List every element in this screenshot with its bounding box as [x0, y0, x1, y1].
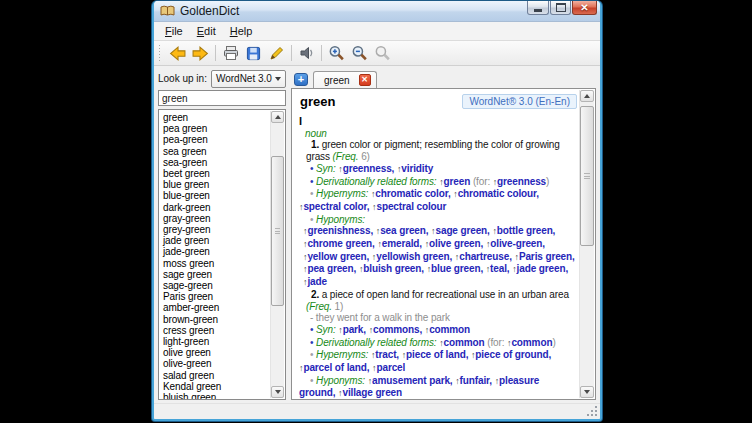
- article-link[interactable]: olive green,: [429, 238, 483, 249]
- pronounce-button[interactable]: [295, 43, 318, 63]
- list-item[interactable]: moss green: [159, 258, 271, 269]
- dictionary-group-select[interactable]: WordNet 3.0: [211, 70, 286, 88]
- list-item[interactable]: sage green: [159, 269, 271, 280]
- relation-label: Hypernyms:: [316, 188, 368, 199]
- list-item[interactable]: gray-green: [159, 213, 271, 224]
- list-item[interactable]: bluish green: [159, 392, 271, 400]
- article-link[interactable]: yellow green,: [307, 251, 369, 262]
- scroll-down-button[interactable]: [271, 386, 284, 398]
- tab-green[interactable]: green: [313, 71, 377, 88]
- article-link[interactable]: yellowish green,: [376, 251, 452, 262]
- list-item[interactable]: amber-green: [159, 302, 271, 313]
- list-item[interactable]: brown-green: [159, 314, 271, 325]
- list-item[interactable]: salad green: [159, 370, 271, 381]
- dictionary-badge[interactable]: WordNet® 3.0 (En-En): [462, 94, 577, 109]
- list-item[interactable]: sage-green: [159, 280, 271, 291]
- maximize-button[interactable]: [550, 1, 571, 15]
- title-bar[interactable]: GoldenDict ✕: [154, 1, 600, 22]
- save-button[interactable]: [242, 43, 265, 63]
- article-link[interactable]: chartreuse,: [459, 251, 512, 262]
- scrollbar-thumb[interactable]: [580, 106, 594, 246]
- list-item[interactable]: blue green: [159, 179, 271, 190]
- list-item[interactable]: beet green: [159, 168, 271, 179]
- list-item[interactable]: jade-green: [159, 246, 271, 257]
- print-button[interactable]: [219, 43, 242, 63]
- close-button[interactable]: ✕: [572, 1, 597, 15]
- list-item[interactable]: sea-green: [159, 157, 271, 168]
- scroll-down-button[interactable]: [580, 386, 594, 398]
- forward-button[interactable]: [189, 43, 212, 63]
- back-button[interactable]: [166, 43, 189, 63]
- list-item[interactable]: pea green: [159, 123, 271, 134]
- article-link[interactable]: parcel: [376, 362, 405, 373]
- article-link[interactable]: tract,: [375, 349, 399, 360]
- scroll-up-button[interactable]: [271, 111, 284, 123]
- article-link[interactable]: parcel of land,: [303, 362, 369, 373]
- article-link[interactable]: amusement park,: [372, 375, 452, 386]
- article-link[interactable]: park,: [343, 324, 366, 335]
- word-list-scrollbar[interactable]: [270, 111, 284, 398]
- article-link[interactable]: greenness,: [343, 163, 395, 174]
- article-link[interactable]: greenishness,: [307, 225, 373, 236]
- article-link[interactable]: piece of land,: [406, 349, 468, 360]
- article-link[interactable]: bottle green,: [497, 225, 555, 236]
- article-scrollbar[interactable]: [579, 90, 594, 398]
- article-link[interactable]: olive-green,: [490, 238, 545, 249]
- edit-article-button[interactable]: [265, 43, 288, 63]
- article-line: • Hypernyms: ↑chromatic color, ↑chromati…: [296, 188, 577, 213]
- article-link[interactable]: chrome green,: [307, 238, 374, 249]
- scrollbar-thumb[interactable]: [271, 156, 284, 306]
- list-item[interactable]: green: [159, 112, 271, 123]
- article-link[interactable]: chromatic color,: [375, 188, 450, 199]
- article-link[interactable]: piece of ground,: [475, 349, 551, 360]
- article-link[interactable]: spectral colour: [376, 201, 446, 212]
- article-link[interactable]: commons,: [373, 324, 422, 335]
- article-link[interactable]: Paris green,: [519, 251, 575, 262]
- list-item[interactable]: jade green: [159, 235, 271, 246]
- article-link[interactable]: common: [429, 324, 470, 335]
- article-link[interactable]: spectral color,: [303, 201, 369, 212]
- article-link[interactable]: blue green,: [431, 263, 483, 274]
- list-item[interactable]: pea-green: [159, 134, 271, 145]
- zoom-out-button[interactable]: [348, 43, 371, 63]
- article-link[interactable]: village green: [342, 387, 402, 398]
- search-input[interactable]: [158, 90, 286, 106]
- article-link[interactable]: common: [511, 337, 552, 348]
- article-link[interactable]: viridity: [401, 163, 433, 174]
- zoom-in-button[interactable]: [325, 43, 348, 63]
- list-item[interactable]: cress green: [159, 325, 271, 336]
- article-link[interactable]: greenness: [497, 176, 546, 187]
- tab-close-button[interactable]: [359, 74, 371, 86]
- list-item[interactable]: sea green: [159, 146, 271, 157]
- add-tab-button[interactable]: [294, 73, 308, 86]
- article-link[interactable]: funfair,: [460, 375, 492, 386]
- list-item[interactable]: blue-green: [159, 190, 271, 201]
- article-link[interactable]: chromatic colour,: [458, 188, 539, 199]
- menu-edit[interactable]: Edit: [190, 23, 223, 39]
- article-link[interactable]: sea green,: [380, 225, 428, 236]
- list-item[interactable]: grey-green: [159, 224, 271, 235]
- menu-file[interactable]: File: [158, 23, 190, 39]
- list-item[interactable]: olive green: [159, 347, 271, 358]
- article-link[interactable]: emerald,: [382, 238, 422, 249]
- scroll-up-button[interactable]: [580, 90, 594, 102]
- resize-grip[interactable]: [588, 407, 598, 417]
- article-link[interactable]: teal,: [490, 263, 509, 274]
- article-link[interactable]: bluish green,: [363, 263, 424, 274]
- article-link[interactable]: jade green,: [517, 263, 568, 274]
- zoom-reset-button[interactable]: [371, 43, 394, 63]
- article-link[interactable]: jade: [307, 276, 327, 287]
- list-item[interactable]: light-green: [159, 336, 271, 347]
- pencil-icon: [269, 45, 285, 61]
- minimize-button[interactable]: [527, 1, 549, 15]
- article-link[interactable]: green: [444, 176, 471, 187]
- list-item[interactable]: olive-green: [159, 358, 271, 369]
- article-link[interactable]: sage green,: [436, 225, 490, 236]
- menu-help[interactable]: Help: [223, 23, 260, 39]
- list-item[interactable]: dark-green: [159, 202, 271, 213]
- article-link[interactable]: common: [444, 337, 485, 348]
- toolbar-drag-handle[interactable]: [158, 45, 162, 61]
- list-item[interactable]: Paris green: [159, 291, 271, 302]
- article-link[interactable]: pea green,: [307, 263, 356, 274]
- list-item[interactable]: Kendal green: [159, 381, 271, 392]
